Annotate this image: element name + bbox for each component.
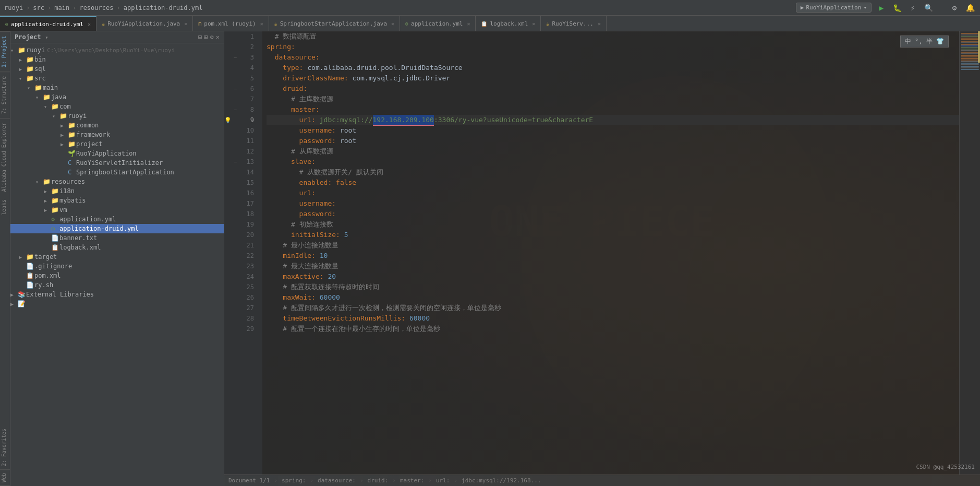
tree-item-java[interactable]: ▾ 📁 java <box>10 92 224 102</box>
ime-indicator[interactable]: 中 °, 半 👕 <box>900 35 949 48</box>
tree-item-i18n[interactable]: ▶ 📁 i18n <box>10 186 224 196</box>
tree-item-gitignore[interactable]: ▶ 📄 .gitignore <box>10 262 224 271</box>
code-container[interactable]: 💡 − − − − <box>224 31 980 475</box>
folder-icon: 📁 <box>43 93 51 101</box>
code-line-1: # 数据源配置 <box>267 31 959 42</box>
tree-item-mybatis[interactable]: ▶ 📁 mybatis <box>10 196 224 205</box>
left-tab-project[interactable]: 1: Project <box>0 31 10 72</box>
code-line-26: maxWait: 60000 <box>267 292 959 303</box>
run-config[interactable]: ▶ RuoYiApplication ▾ <box>796 3 872 13</box>
tree-item-main[interactable]: ▾ 📁 main <box>10 83 224 92</box>
tree-item-external-libraries[interactable]: ▶ 📚 External Libraries <box>10 290 224 299</box>
tree-item-src[interactable]: ▾ 📁 src <box>10 74 224 83</box>
tab-close-icon[interactable]: ✕ <box>467 21 470 27</box>
code-line-11: password: root <box>267 136 959 146</box>
tree-item-application-druid-yml[interactable]: ▶ ⚙ application-druid.yml <box>10 224 224 233</box>
notifications-icon[interactable]: 🔔 <box>964 2 976 14</box>
line-num-27: 27 <box>239 303 258 313</box>
left-tab-leaks[interactable]: leaks <box>0 196 10 218</box>
tree-label: logback.xml <box>59 244 101 251</box>
tab-pom-xml[interactable]: m pom.xml (ruoyi) ✕ <box>193 16 269 31</box>
expand-arrow-icon: ▶ <box>10 292 18 298</box>
code-editor[interactable]: # 数据源配置 spring: datasource: type: com.al… <box>262 31 959 475</box>
collapse-all-icon[interactable]: ⊟ <box>198 33 202 41</box>
settings-gear-icon[interactable]: ⚙ <box>949 2 960 14</box>
status-spring: spring: <box>282 477 306 484</box>
tree-item-banner-txt[interactable]: ▶ 📄 banner.txt <box>10 233 224 243</box>
tab-close-icon[interactable]: ✕ <box>184 21 187 27</box>
tree-item-com[interactable]: ▾ 📁 com <box>10 102 224 111</box>
tree-item-ry-sh[interactable]: ▶ 📄 ry.sh <box>10 280 224 290</box>
tab-springboot-start[interactable]: ☕ SpringbootStartApplication.java ✕ <box>269 16 400 31</box>
tree-item-springboot-start[interactable]: ▶ C SpringbootStartApplication <box>10 168 224 177</box>
tab-application-druid-yml[interactable]: ⚙ application-druid.yml ✕ <box>0 16 96 31</box>
line-num-6: 6 <box>239 84 258 94</box>
fold-btn[interactable]: − <box>232 84 239 94</box>
tab-application-yml[interactable]: ⚙ application.yml ✕ <box>400 16 476 31</box>
code-line-6: druid: <box>267 84 959 94</box>
line-num-14: 14 <box>239 167 258 177</box>
editor-area: 中 °, 半 👕 ONE PIECE <box>224 31 980 486</box>
fold-gutter: − − − − <box>232 31 239 475</box>
tree-label: SpringbootStartApplication <box>76 169 174 176</box>
search-button[interactable]: 🔍 <box>923 2 934 14</box>
tab-ruoyi-servlet[interactable]: ☕ RuoYiServ... ✕ <box>541 16 607 31</box>
tree-item-scratches[interactable]: ▶ 📝 <box>10 299 224 309</box>
breadcrumb-src: src <box>33 4 44 11</box>
tab-close-icon[interactable]: ✕ <box>260 21 263 27</box>
close-sidebar-icon[interactable]: ✕ <box>216 33 220 41</box>
tree-item-ruoyi[interactable]: ▾ 📁 ruoyi C:\Users\yang\Desktop\RuoYi-Vu… <box>10 45 224 55</box>
left-tab-structure[interactable]: 7: Structure <box>0 72 10 118</box>
tree-item-project[interactable]: ▶ 📁 project <box>10 139 224 149</box>
tree-item-target[interactable]: ▶ 📁 target <box>10 252 224 262</box>
expand-arrow-icon: ▾ <box>10 48 18 53</box>
tree-label: ruoyi <box>68 112 87 120</box>
left-tab-cloud[interactable]: Alibaba Cloud Explorer <box>0 118 10 196</box>
tree-item-resources[interactable]: ▾ 📁 resources <box>10 177 224 186</box>
line-num-12: 12 <box>239 146 258 157</box>
tree-item-bin[interactable]: ▶ 📁 bin <box>10 55 224 64</box>
tree-item-ruoyi-servlet[interactable]: ▶ C RuoYiServletInitializer <box>10 158 224 168</box>
debug-button[interactable]: 🐛 <box>891 2 903 14</box>
tree-label: application.yml <box>59 216 116 223</box>
warn-gutter: 💡 <box>224 31 232 475</box>
tree-item-vm[interactable]: ▶ 📁 vm <box>10 205 224 215</box>
expand-arrow-icon: ▶ <box>19 254 26 260</box>
tree-item-sql[interactable]: ▶ 📁 sql <box>10 64 224 74</box>
line-num-21: 21 <box>239 240 258 251</box>
fold-btn[interactable]: − <box>232 52 239 63</box>
tab-java-icon: ☕ <box>546 21 549 27</box>
tab-yaml-icon: ⚙ <box>405 21 408 27</box>
run-button[interactable]: ▶ <box>876 2 887 14</box>
tab-close-icon[interactable]: ✕ <box>88 21 91 27</box>
expand-arrow-icon: ▶ <box>19 57 26 63</box>
tree-item-application-yml[interactable]: ▶ ⚙ application.yml <box>10 215 224 224</box>
tab-close-icon[interactable]: ✕ <box>532 21 535 27</box>
scroll-to-file-icon[interactable]: ⊞ <box>204 33 208 41</box>
tab-label: application.yml <box>411 20 463 27</box>
tree-item-ruoyi-application[interactable]: ▶ 🌱 RuoYiApplication <box>10 149 224 158</box>
left-tab-web[interactable]: Web <box>0 470 10 486</box>
txt-icon: 📄 <box>26 263 34 270</box>
tree-item-framework[interactable]: ▶ 📁 framework <box>10 130 224 139</box>
scroll-indicator <box>978 31 980 63</box>
tab-close-icon[interactable]: ✕ <box>598 21 601 27</box>
coverage-button[interactable]: ⚡ <box>907 2 918 14</box>
minimap <box>959 31 980 475</box>
fold-btn[interactable]: − <box>232 104 239 115</box>
line-num-9: 9 <box>239 115 258 125</box>
fold-btn[interactable]: − <box>232 157 239 167</box>
line-num-26: 26 <box>239 292 258 303</box>
tab-ruoyi-application[interactable]: ☕ RuoYiApplication.java ✕ <box>96 16 193 31</box>
left-tab-favorites[interactable]: 2: Favorites <box>0 425 10 470</box>
sidebar-dropdown-icon[interactable]: ▾ <box>45 34 49 40</box>
tree-item-pom-xml[interactable]: ▶ 📋 pom.xml <box>10 271 224 280</box>
folder-icon: 📁 <box>68 122 76 129</box>
tab-close-icon[interactable]: ✕ <box>391 21 394 27</box>
tree-item-logback-xml[interactable]: ▶ 📋 logback.xml <box>10 243 224 252</box>
tree-item-common[interactable]: ▶ 📁 common <box>10 121 224 130</box>
breadcrumb-main: main <box>54 4 69 11</box>
settings-icon[interactable]: ⚙ <box>210 33 214 41</box>
tree-item-com-ruoyi[interactable]: ▾ 📁 ruoyi <box>10 111 224 121</box>
tab-logback-xml[interactable]: 📋 logback.xml ✕ <box>476 16 541 31</box>
